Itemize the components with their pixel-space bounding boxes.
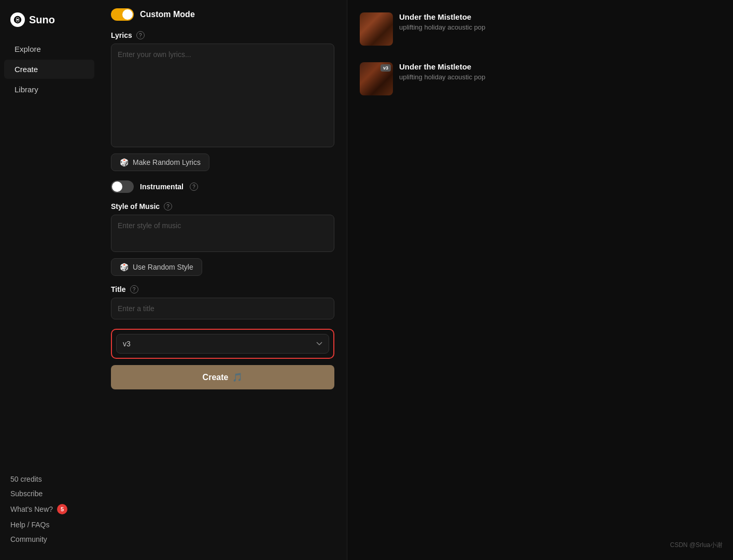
title-label-row: Title ? — [111, 285, 334, 293]
song-info-2: Under the Mistletoe uplifting holiday ac… — [399, 62, 721, 81]
song-thumbnail-image-1 — [360, 12, 393, 46]
custom-mode-toggle[interactable] — [111, 8, 134, 21]
song-thumb-2[interactable]: v3 — [360, 62, 393, 95]
style-help-icon[interactable]: ? — [164, 202, 172, 211]
dice-icon-2: 🎲 — [120, 263, 129, 271]
lyrics-label: Lyrics — [111, 31, 132, 39]
main-content: Custom Mode Lyrics ? 🎲 Make Random Lyric… — [98, 0, 733, 560]
title-input[interactable] — [111, 298, 334, 319]
app-logo: Suno — [0, 8, 98, 39]
whats-new-label: What's New? — [10, 505, 53, 513]
logo-icon — [10, 12, 25, 27]
make-random-lyrics-button[interactable]: 🎲 Make Random Lyrics — [111, 153, 209, 171]
title-help-icon[interactable]: ? — [130, 285, 138, 293]
title-section: Title ? — [111, 285, 334, 319]
sidebar-item-create[interactable]: Create — [4, 60, 94, 79]
use-random-style-label: Use Random Style — [133, 263, 193, 271]
song-thumb-1[interactable] — [360, 12, 393, 46]
song-genre-2: uplifting holiday acoustic pop — [399, 73, 721, 81]
custom-mode-label: Custom Mode — [140, 10, 195, 19]
community-link[interactable]: Community — [10, 535, 88, 543]
song-card-2: v3 Under the Mistletoe uplifting holiday… — [360, 58, 721, 100]
instrumental-toggle[interactable] — [111, 180, 134, 193]
watermark: CSDN @Srlua小谢 — [670, 541, 723, 550]
instrumental-label: Instrumental — [140, 183, 184, 191]
instrumental-help-icon[interactable]: ? — [190, 183, 198, 191]
song-title-2: Under the Mistletoe — [399, 62, 721, 71]
use-random-style-button[interactable]: 🎲 Use Random Style — [111, 258, 202, 276]
right-panel: Under the Mistletoe uplifting holiday ac… — [347, 0, 733, 560]
whats-new-badge: 5 — [57, 504, 67, 514]
lyrics-help-icon[interactable]: ? — [136, 31, 145, 39]
title-label: Title — [111, 285, 126, 293]
style-label-row: Style of Music ? — [111, 202, 334, 211]
app-name: Suno — [29, 14, 55, 26]
sidebar-bottom: 50 credits Subscribe What's New? 5 Help … — [0, 467, 98, 552]
style-label: Style of Music — [111, 202, 160, 211]
svg-point-1 — [17, 19, 19, 21]
sidebar: Suno Explore Create Library 50 credits S… — [0, 0, 98, 560]
lyrics-section: Lyrics ? 🎲 Make Random Lyrics — [111, 31, 334, 171]
create-label: Create — [203, 373, 229, 382]
credits-display: 50 credits — [10, 475, 88, 483]
sidebar-item-library[interactable]: Library — [4, 80, 94, 99]
create-panel: Custom Mode Lyrics ? 🎲 Make Random Lyric… — [98, 0, 347, 560]
whats-new-row[interactable]: What's New? 5 — [10, 504, 88, 514]
song-genre-1: uplifting holiday acoustic pop — [399, 23, 721, 31]
version-select-wrapper: v3 v2 v1 — [111, 329, 334, 359]
sidebar-item-explore[interactable]: Explore — [4, 39, 94, 59]
lyrics-label-row: Lyrics ? — [111, 31, 334, 39]
make-random-lyrics-label: Make Random Lyrics — [133, 158, 201, 166]
dice-icon: 🎲 — [120, 158, 129, 166]
subscribe-link[interactable]: Subscribe — [10, 489, 88, 498]
song-info-1: Under the Mistletoe uplifting holiday ac… — [399, 12, 721, 31]
instrumental-row: Instrumental ? — [111, 180, 334, 193]
sidebar-nav: Explore Create Library — [0, 39, 98, 467]
create-button[interactable]: Create 🎵 — [111, 365, 334, 389]
song-card-1: Under the Mistletoe uplifting holiday ac… — [360, 8, 721, 50]
version-badge-2: v3 — [380, 64, 391, 72]
style-textarea[interactable] — [111, 215, 334, 252]
version-select[interactable]: v3 v2 v1 — [116, 334, 329, 354]
custom-mode-row: Custom Mode — [111, 8, 334, 21]
style-of-music-section: Style of Music ? 🎲 Use Random Style — [111, 202, 334, 276]
help-link[interactable]: Help / FAQs — [10, 521, 88, 529]
lyrics-textarea[interactable] — [111, 44, 334, 147]
music-note-icon: 🎵 — [232, 372, 243, 382]
song-title-1: Under the Mistletoe — [399, 12, 721, 21]
